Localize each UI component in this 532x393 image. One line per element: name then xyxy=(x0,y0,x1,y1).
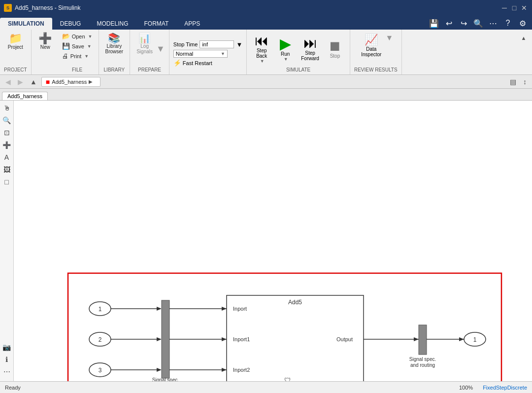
file-group-label: FILE xyxy=(72,67,82,72)
open-button[interactable]: 📂 Open ▼ xyxy=(60,32,95,41)
ribbon-tabs: SIMULATION DEBUG MODELING FORMAT APPS 💾 … xyxy=(0,16,532,30)
simulate-group-label: SIMULATE xyxy=(286,67,310,72)
select-tool[interactable]: 🖱 xyxy=(1,103,12,113)
more-tools[interactable]: ⋯ xyxy=(1,366,12,377)
signal-spec-right-2: and routing xyxy=(410,362,435,368)
save-button[interactable]: 💾 Save ▼ xyxy=(60,41,95,51)
tab-format[interactable]: FORMAT xyxy=(136,18,176,30)
ribbon-collapse-button[interactable]: ▲ xyxy=(517,32,530,44)
window-title: Add5_harness - Simulink xyxy=(15,4,80,11)
add5-title: Add5 xyxy=(288,299,302,306)
project-label: Project xyxy=(8,44,23,50)
camera-tool[interactable]: 📷 xyxy=(1,342,12,353)
step-back-icon: ⏮ xyxy=(255,34,268,48)
save-icon-btn[interactable]: 💾 xyxy=(428,17,440,30)
arrow-in1 xyxy=(157,307,162,311)
data-inspector-label: DataInspector xyxy=(361,46,381,57)
inport-label: Inport xyxy=(233,306,247,312)
status-text: Ready xyxy=(5,385,21,391)
run-label: Run xyxy=(281,51,290,57)
new-button[interactable]: ➕ New xyxy=(35,32,55,51)
library-icon: 📚 xyxy=(108,33,120,43)
project-button[interactable]: 📁 Project xyxy=(5,32,26,51)
mode-select[interactable]: Normal ▼ xyxy=(173,50,228,58)
grid-view-button[interactable]: ▤ xyxy=(507,77,519,87)
maximize-button[interactable]: □ xyxy=(510,4,518,12)
open-icon: 📂 xyxy=(62,33,70,40)
tab-simulation[interactable]: SIMULATION xyxy=(0,18,52,30)
prepare-group-label: PREPARE xyxy=(138,67,161,72)
step-forward-label: StepForward xyxy=(301,50,319,61)
breadcrumb-arrow: ▶ xyxy=(89,79,93,84)
toggle-tool[interactable]: □ xyxy=(1,177,12,187)
log-signals-label: LogSignals xyxy=(136,43,153,54)
minimize-button[interactable]: ─ xyxy=(500,4,508,12)
review-dropdown[interactable]: ▼ xyxy=(385,34,393,42)
left-routing-bar xyxy=(162,300,169,378)
close-button[interactable]: ✕ xyxy=(520,4,528,12)
ribbon-group-simulate: ⏮ StepBack ▼ ▶ Run ▼ ⏭ StepForward ⏹ Sto… xyxy=(247,30,350,74)
more-icon-btn[interactable]: ⋯ xyxy=(487,17,499,30)
log-signals-button[interactable]: 📊 LogSignals xyxy=(134,32,155,56)
output-port-label: 1 xyxy=(473,336,477,343)
arrow-routing-2 xyxy=(222,337,227,341)
redo-icon-btn[interactable]: ↪ xyxy=(457,17,470,30)
model-tab[interactable]: Add5_harness xyxy=(2,92,48,100)
stop-button[interactable]: ⏹ Stop xyxy=(324,37,346,61)
print-button[interactable]: 🖨 Print ▼ xyxy=(60,51,95,61)
run-dropdown: ▼ xyxy=(284,57,288,62)
library-browser-button[interactable]: 📚 LibraryBrowser xyxy=(103,32,126,56)
collapse-button[interactable]: ↕ xyxy=(521,77,529,87)
ribbon: 📁 Project PROJECT ➕ New 📂 Open ▼ xyxy=(0,30,532,75)
stop-time-input[interactable] xyxy=(200,40,234,48)
data-inspector-icon: 📈 xyxy=(365,34,378,46)
titlebar-controls[interactable]: ─ □ ✕ xyxy=(500,4,528,12)
status-bar-right: 100% FixedStepDiscrete xyxy=(459,385,527,391)
model-icon: ■ xyxy=(46,78,50,86)
tab-debug[interactable]: DEBUG xyxy=(52,18,89,30)
tab-apps[interactable]: APPS xyxy=(176,18,208,30)
stop-label: Stop xyxy=(330,53,340,59)
print-dropdown-arrow: ▼ xyxy=(84,54,89,59)
log-signals-icon: 📊 xyxy=(138,33,151,43)
arrow-routing-1 xyxy=(222,307,227,311)
zoom-level: 100% xyxy=(459,385,473,391)
run-button[interactable]: ▶ Run ▼ xyxy=(274,35,296,64)
nav-up-button[interactable]: ▲ xyxy=(28,77,39,87)
zoom-out-tool[interactable]: ➕ xyxy=(1,140,12,150)
label-tool[interactable]: A xyxy=(1,152,12,163)
new-label: New xyxy=(40,44,50,50)
step-back-button[interactable]: ⏮ StepBack ▼ xyxy=(251,32,272,66)
signal-spec-left-1: Signal spec. xyxy=(152,377,179,381)
address-bar: ◀ ▶ ▲ ■ Add5_harness ▶ ▤ ↕ xyxy=(0,75,532,89)
step-forward-button[interactable]: ⏭ StepForward xyxy=(298,35,322,63)
stop-time-dropdown[interactable]: ▼ xyxy=(236,41,242,48)
nav-back-button[interactable]: ◀ xyxy=(3,77,13,87)
open-dropdown-arrow: ▼ xyxy=(88,34,93,39)
prepare-dropdown-arrow[interactable]: ▼ xyxy=(156,44,165,54)
data-inspector-button[interactable]: 📈 DataInspector xyxy=(358,32,384,59)
fit-view-tool[interactable]: ⊡ xyxy=(1,127,12,138)
step-forward-icon: ⏭ xyxy=(303,36,317,50)
breadcrumb: ■ Add5_harness ▶ xyxy=(41,77,100,87)
input1-label: 1 xyxy=(99,306,102,313)
tab-modeling[interactable]: MODELING xyxy=(89,18,136,30)
settings-icon-btn[interactable]: ⚙ xyxy=(516,17,529,30)
nav-forward-button[interactable]: ▶ xyxy=(15,77,26,87)
zoom-icon-btn[interactable]: 🔍 xyxy=(472,17,485,30)
undo-icon-btn[interactable]: ↩ xyxy=(442,17,455,30)
arrow-routing-3 xyxy=(222,368,227,372)
ribbon-group-stoptime: Stop Time ▼ Normal ▼ ⚡ Fast Restart xyxy=(169,30,247,74)
image-tool[interactable]: 🖼 xyxy=(1,164,12,175)
model-name: Add5_harness xyxy=(52,79,87,85)
main-area: 🖱 🔍 ⊡ ➕ A 🖼 □ 📷 ℹ ⋯ 1 2 xyxy=(0,101,532,381)
save-dropdown-arrow: ▼ xyxy=(87,44,92,49)
save-icon: 💾 xyxy=(62,42,70,50)
help-icon-btn[interactable]: ? xyxy=(501,17,514,30)
titlebar: S Add5_harness - Simulink ─ □ ✕ xyxy=(0,0,532,16)
inport1-label: Inport1 xyxy=(233,336,250,342)
zoom-in-tool[interactable]: 🔍 xyxy=(1,115,12,126)
print-label: Print xyxy=(70,53,82,59)
new-icon: ➕ xyxy=(38,33,52,44)
info-tool[interactable]: ℹ xyxy=(1,354,12,365)
